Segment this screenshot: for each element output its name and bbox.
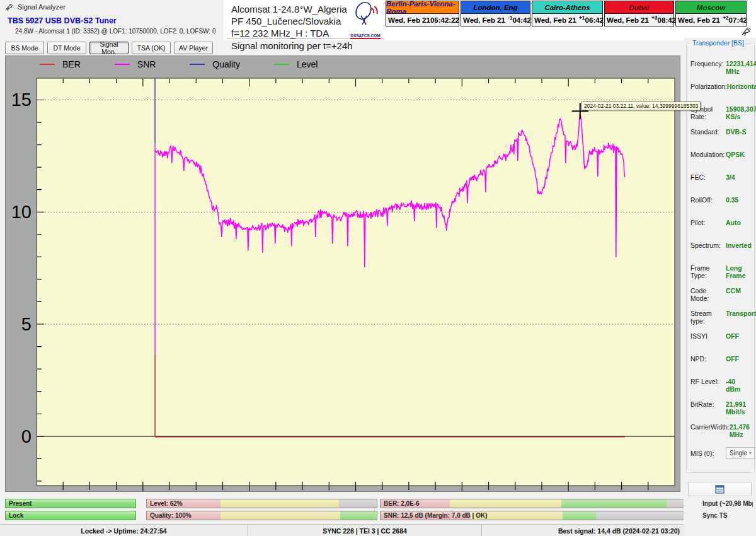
- present-label: Present: [9, 500, 32, 507]
- transponder-row-standard-: Standard:DVB-S: [690, 128, 752, 136]
- legend-swatch: [115, 64, 130, 65]
- window-title: Signal Analyzer: [18, 3, 66, 11]
- clock-date: Wed, Feb 21: [463, 16, 505, 24]
- clock-cairo-athens: Cairo-Athens Wed, Feb 21+106:42: [532, 1, 603, 26]
- plot-area[interactable]: [37, 78, 675, 486]
- transponder-row-stream-type-: Stream type:Transport: [690, 310, 752, 325]
- mini-dish-icon: [741, 26, 752, 39]
- transponder-row-carrierwidth-: CarrierWidth:21,476 MHz: [690, 423, 752, 438]
- clock-utc-offset: +3: [651, 15, 658, 21]
- legend-label: Quality: [212, 59, 240, 69]
- clock-time: 06:42: [585, 16, 604, 24]
- y-axis-label: 0: [21, 426, 32, 446]
- quality-label: Quality: 100%: [150, 512, 192, 519]
- legend-item-quality: Quality: [156, 59, 240, 69]
- transponder-row-modulation-: Modulation:QPSK: [690, 151, 752, 158]
- clock-time: 05:42:22: [430, 16, 459, 24]
- satellite-line3: f=12 232 MHz_H : TDA: [231, 27, 347, 39]
- clock-utc-offset: +2: [723, 15, 729, 21]
- legend-label: SNR: [137, 59, 156, 69]
- signal-monitoring-plot[interactable]: 051015: [6, 73, 680, 491]
- transponder-row-code-mode-: Code Mode:CCM: [690, 287, 752, 302]
- ber-label: BER: 2,0E-6: [384, 500, 420, 507]
- transponder-row-pilot-: Pilot:Auto: [690, 219, 752, 226]
- statusbar: Locked -> Uptime: 24:27:54 SYNC 228 | TE…: [0, 524, 756, 536]
- satellite-info: Alcomsat 1-24.8°W_Algeria PF 450_Lučenec…: [231, 3, 347, 39]
- monitoring-caption: Signal monitoring per t=+24h: [231, 40, 353, 51]
- clock-time: 07:42: [729, 16, 747, 24]
- clock-date: Wed, Feb 21: [388, 16, 430, 24]
- table-icon: [715, 485, 724, 494]
- legend-swatch: [40, 64, 55, 65]
- statusbar-sync: SYNC 228 | TEI 3 | CC 2684: [248, 525, 482, 536]
- tuner-details: 24.8W - Alcomsat 1 (ID: 3352) @ LOF1: 10…: [15, 28, 215, 35]
- clock-moscow: Moscow Wed, Feb 21+207:42: [675, 1, 747, 26]
- snr-bar: SNR: 12,5 dB (Margin: 7,0 dB | OK): [380, 511, 696, 520]
- sidebar: Transponder [BS] Frequency:12231,414 MHz…: [684, 38, 756, 536]
- clock-utc-offset: -1: [508, 15, 513, 21]
- transponder-row-frequency-: Frequency:12231,414 MHz: [690, 60, 752, 75]
- lock-indicator: Lock: [5, 511, 136, 520]
- satellite-line2: PF 450_Lučenec/Slovakia: [231, 15, 347, 27]
- legend-label: BER: [62, 59, 81, 69]
- legend-item-snr: SNR: [81, 59, 156, 69]
- transponder-row-npd-: NPD:OFF: [690, 355, 752, 363]
- ber-bar: BER: 2,0E-6: [380, 499, 696, 508]
- y-axis-label: 10: [11, 202, 32, 222]
- export-button[interactable]: [688, 482, 752, 496]
- tab-signal-mon-[interactable]: Signal Mon.: [89, 42, 129, 54]
- chart-tooltip: 2024-02-21 03.22.11, value: 14,399999618…: [581, 102, 701, 110]
- transponder-row-rolloff-: RollOff:0.35: [690, 196, 752, 204]
- mis-row: MIS (0): Single▾: [690, 450, 752, 457]
- level-label: Level: 62%: [150, 500, 183, 507]
- y-axis-label: 15: [11, 90, 32, 110]
- input-indicator: Input (~20,98 Mbps): [699, 499, 753, 508]
- clock-date: Wed, Feb 21: [607, 16, 649, 24]
- clock-date: Wed, Feb 21: [534, 16, 576, 24]
- tab-av-player[interactable]: AV Player: [174, 42, 213, 54]
- y-axis-label: 5: [21, 314, 32, 334]
- legend-item-ber: BER: [6, 59, 81, 69]
- tab-bs-mode[interactable]: BS Mode: [5, 42, 44, 54]
- dxsatcs-logo-text: DXSATCS.COM: [350, 33, 381, 39]
- clock-date: Wed, Feb 21: [678, 16, 720, 24]
- transponder-row-rf-level-: RF Level:-40 dBm: [690, 378, 752, 393]
- titlebar: Signal Analyzer: [5, 3, 66, 11]
- lock-label: Lock: [9, 512, 23, 519]
- legend-swatch: [190, 64, 205, 65]
- dxsatcs-dish-icon: [351, 1, 380, 26]
- clock-city: Berlin-Paris-Vienna-Roma: [386, 1, 459, 14]
- legend-label: Level: [297, 59, 318, 69]
- app-dish-icon: [5, 3, 14, 11]
- chart-panel: BERSNRQualityLevel 051015 2024-02-21 03.…: [5, 55, 680, 492]
- snr-label: SNR: 12,5 dB (Margin: 7,0 dB | OK): [384, 512, 487, 519]
- signal-analyzer-window: Signal Analyzer TBS 5927 USB DVB-S2 Tune…: [0, 0, 756, 536]
- satellite-line1: Alcomsat 1-24.8°W_Algeria: [231, 3, 347, 15]
- tuner-name: TBS 5927 USB DVB-S2 Tuner: [8, 16, 117, 25]
- transponder-row-polarization-: Polarization:Horizontal: [690, 83, 752, 90]
- clock-city: Cairo-Athens: [532, 1, 603, 14]
- transponder-row-bitrate-: BitRate:21,991 Mbit/s: [690, 400, 752, 416]
- transponder-row-fec-: FEC:3/4: [690, 173, 752, 181]
- transponder-group-title: Transponder [BS]: [690, 39, 746, 47]
- transponder-row-issyi: ISSYIOFF: [690, 332, 752, 340]
- clock-city: Moscow: [675, 1, 747, 14]
- transponder-row-frame-type-: Frame Type:Long Frame: [690, 264, 752, 279]
- clock-utc-offset: +1: [579, 15, 585, 21]
- sync-ts-label: Sync TS: [702, 512, 727, 519]
- level-bar: Level: 62%: [146, 499, 377, 508]
- tab-tsa-ok-[interactable]: TSA (OK): [132, 42, 171, 54]
- present-indicator: Present: [5, 499, 136, 508]
- mode-tabs: BS ModeDT ModeSignal Mon.TSA (OK)AV Play…: [5, 42, 213, 54]
- input-label: Input (~20,98 Mbps): [702, 500, 753, 507]
- quality-bar: Quality: 100%: [146, 511, 377, 520]
- clock-dubai: Dubai Wed, Feb 21+308:42: [604, 1, 674, 26]
- world-clocks: Berlin-Paris-Vienna-Roma Wed, Feb 2105:4…: [386, 1, 747, 26]
- dxsatcs-logo: DXSATCS.COM: [348, 1, 382, 36]
- clock-time: 08:42: [658, 16, 676, 24]
- mis-dropdown[interactable]: Single▾: [726, 447, 755, 459]
- clock-city: London, Eng: [461, 1, 530, 14]
- tab-dt-mode[interactable]: DT Mode: [47, 42, 86, 54]
- chart-legend: BERSNRQualityLevel: [6, 56, 680, 73]
- clock-berlin-paris-vienna-roma: Berlin-Paris-Vienna-Roma Wed, Feb 2105:4…: [386, 1, 459, 26]
